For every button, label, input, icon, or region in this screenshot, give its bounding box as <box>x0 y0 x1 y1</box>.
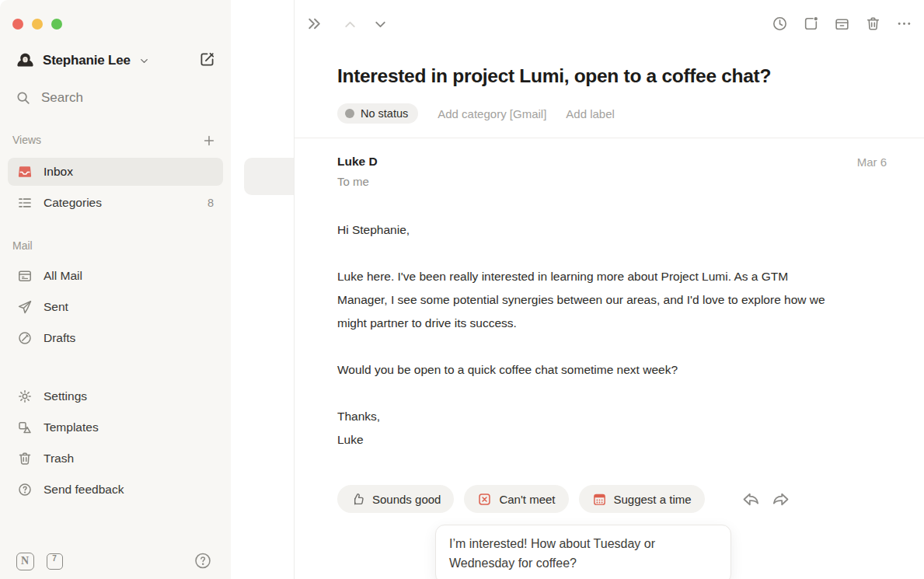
pane-divider <box>294 0 295 579</box>
quick-reply-sounds-good[interactable]: Sounds good <box>337 485 454 513</box>
app-window: { "window": { "traffic_lights": ["close"… <box>0 0 924 579</box>
search-icon <box>16 90 31 106</box>
sidebar-item-send-feedback[interactable]: Send feedback <box>8 476 223 504</box>
window-close-button[interactable] <box>12 19 23 30</box>
quick-reply-row: Sounds good Can't meet Suggest a time <box>337 485 705 513</box>
calendar-icon: 7 <box>47 553 63 570</box>
recipient-line[interactable]: To me <box>337 175 369 188</box>
clock-icon <box>772 16 788 32</box>
sidebar-item-label: Sent <box>44 300 214 314</box>
trash-button[interactable] <box>865 16 881 32</box>
double-chevron-right-icon <box>305 15 323 33</box>
reply-button[interactable] <box>741 489 762 510</box>
sidebar-item-label: Drafts <box>44 331 214 345</box>
tooltip-line: Wednesday for coffee? <box>449 553 717 573</box>
search-placeholder: Search <box>41 90 83 106</box>
add-view-button[interactable] <box>200 132 218 149</box>
sidebar-item-sent[interactable]: Sent <box>8 293 223 321</box>
more-options-button[interactable] <box>896 16 912 32</box>
user-avatar <box>16 51 35 71</box>
search-input[interactable]: Search <box>16 86 202 110</box>
add-label-chip[interactable]: Add label <box>566 107 615 120</box>
body-line: Thanks, <box>337 405 889 428</box>
add-category-chip[interactable]: Add category [Gmail] <box>438 107 546 120</box>
sidebar-item-settings[interactable]: Settings <box>8 382 223 410</box>
user-name: Stephanie Lee <box>43 53 131 68</box>
chevron-up-icon <box>342 16 358 33</box>
email-subject: Interested in project Lumi, open to a co… <box>337 65 771 87</box>
forward-arrow-icon <box>770 489 791 510</box>
next-email-button[interactable] <box>372 16 389 33</box>
mail-section-header: Mail <box>12 239 33 252</box>
plus-icon <box>202 134 216 148</box>
sidebar-item-trash[interactable]: Trash <box>8 445 223 473</box>
archive-button[interactable] <box>834 16 850 32</box>
gear-icon <box>17 389 33 404</box>
trash-icon <box>865 16 881 32</box>
collapsed-list-selected-item[interactable] <box>244 158 294 195</box>
sidebar-item-categories[interactable]: Categories 8 <box>8 189 223 217</box>
chevron-down-icon <box>372 16 389 33</box>
reply-forward-row <box>741 489 791 510</box>
quick-reply-suggest-time[interactable]: Suggest a time <box>579 485 705 513</box>
trash-icon <box>17 451 33 466</box>
sidebar-item-label: Categories <box>44 196 197 210</box>
sidebar-item-label: Send feedback <box>44 483 214 497</box>
sent-icon <box>17 299 33 315</box>
help-circle-icon <box>17 482 33 497</box>
sidebar-item-all-mail[interactable]: All Mail <box>8 262 223 290</box>
ellipsis-icon <box>896 16 912 32</box>
message-date: Mar 6 <box>857 155 887 169</box>
status-label: No status <box>361 107 408 120</box>
calendar-app-button[interactable]: 7 <box>45 552 64 570</box>
window-zoom-button[interactable] <box>51 19 62 30</box>
views-section-header: Views <box>12 134 41 146</box>
inbox-icon <box>17 164 33 180</box>
reply-arrow-icon <box>741 489 762 510</box>
x-square-icon <box>477 492 492 507</box>
sidebar-item-templates[interactable]: Templates <box>8 413 223 441</box>
quick-reply-label: Can't meet <box>499 493 555 506</box>
forward-button[interactable] <box>770 489 791 510</box>
status-chip[interactable]: No status <box>337 103 418 124</box>
archive-icon <box>834 16 850 32</box>
chevron-down-icon <box>138 55 150 67</box>
previous-email-button[interactable] <box>342 16 358 33</box>
body-line: Manager, I see some potential synergies … <box>337 288 889 312</box>
mark-unread-button[interactable] <box>803 16 819 32</box>
help-button[interactable] <box>194 551 212 570</box>
drafts-icon <box>17 330 33 346</box>
body-line: Luke here. I've been really interested i… <box>337 265 889 288</box>
calendar-icon <box>592 492 607 507</box>
sidebar-item-drafts[interactable]: Drafts <box>8 324 223 352</box>
sidebar-item-label: Templates <box>44 420 214 434</box>
sidebar-item-label: All Mail <box>44 269 214 283</box>
sidebar-item-label: Inbox <box>44 165 214 179</box>
quick-reply-label: Sounds good <box>372 493 441 506</box>
email-body: Hi Stephanie, Luke here. I've been reall… <box>337 218 889 452</box>
snooze-button[interactable] <box>772 16 788 32</box>
sender-name: Luke D <box>337 155 378 169</box>
account-switcher[interactable]: Stephanie Lee <box>16 48 218 73</box>
notion-logo-icon: N <box>16 553 34 570</box>
collapse-panel-button[interactable] <box>305 15 323 33</box>
sidebar: Stephanie Lee Search Views Inbox Categor… <box>0 0 231 579</box>
chips-row: No status Add category [Gmail] Add label <box>337 103 615 124</box>
suggested-reply-tooltip[interactable]: I’m interested! How about Tuesday or Wed… <box>435 525 731 579</box>
tooltip-line: I’m interested! How about Tuesday or <box>449 534 717 553</box>
body-line: might partner to drive its success. <box>337 312 889 335</box>
notion-mail-app-button[interactable]: N <box>16 552 34 570</box>
body-line: Hi Stephanie, <box>337 218 889 242</box>
quick-reply-cant-meet[interactable]: Can't meet <box>464 485 568 513</box>
compose-button[interactable] <box>196 48 218 70</box>
mark-unread-icon <box>803 16 819 32</box>
categories-count-badge: 8 <box>207 197 214 209</box>
shapes-icon <box>17 420 33 435</box>
message-toolbar <box>772 16 912 32</box>
window-minimize-button[interactable] <box>32 19 43 30</box>
quick-reply-label: Suggest a time <box>614 493 692 506</box>
body-line: Would you be open to a quick coffee chat… <box>337 358 889 382</box>
body-line: Luke <box>337 428 889 452</box>
status-dot-icon <box>345 109 354 118</box>
sidebar-item-inbox[interactable]: Inbox <box>8 158 223 186</box>
